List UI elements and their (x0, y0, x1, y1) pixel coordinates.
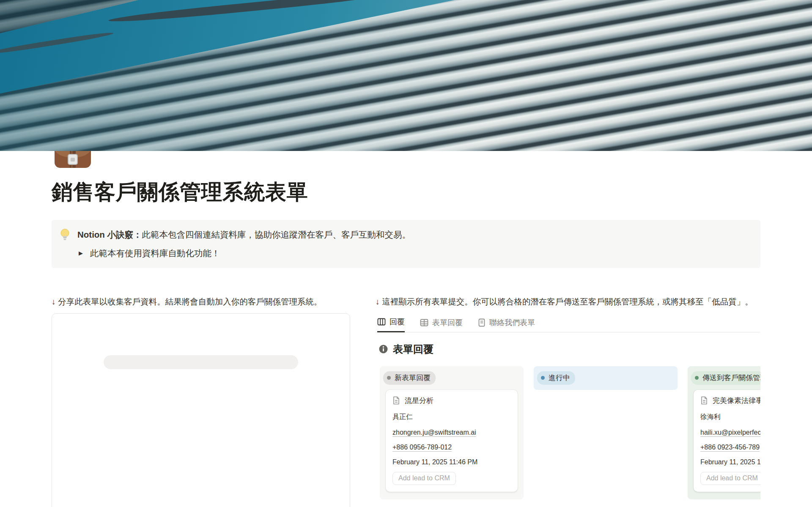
card-title: 完美像素法律事 (713, 396, 760, 406)
toggle-label: 此範本有使用資料庫自動化功能！ (90, 247, 220, 260)
card-email-link[interactable]: zhongren.ju@swiftstream.ai (392, 429, 511, 436)
tab-responses-board[interactable]: 回覆 (377, 317, 405, 332)
card-date: February 11, 2025 11:46 PM (392, 458, 511, 466)
cover-image (0, 0, 812, 151)
toggle-arrow-icon: ▶ (77, 247, 84, 260)
cover-wave-streak (0, 31, 114, 56)
board-column-in-progress: 進行中 (534, 366, 678, 390)
status-pill-in-progress[interactable]: 進行中 (537, 371, 575, 385)
callout-bold-label: Notion 小訣竅： (77, 230, 142, 239)
info-icon[interactable] (379, 345, 388, 354)
status-pill-sent-to-crm[interactable]: 傳送到客戶關係管理 (691, 371, 760, 385)
page-icon-briefcase[interactable] (52, 151, 94, 172)
table-view-icon (420, 318, 428, 327)
lead-card[interactable]: 完美像素法律事 徐海利 haili.xu@pixelperfect.l +886… (694, 390, 760, 492)
notion-tip-callout: Notion 小訣竅：此範本包含四個連結資料庫，協助你追蹤潛在客戶、客戶互動和交… (52, 220, 760, 268)
page-title: 銷售客戶關係管理系統表單 (52, 178, 760, 206)
form-loading-placeholder (104, 355, 298, 369)
board-view-icon (377, 318, 386, 326)
card-name: 徐海利 (700, 413, 760, 422)
card-phone-link[interactable]: +886 0923-456-789 (700, 444, 760, 451)
page-icon (392, 396, 400, 405)
tab-form-responses-table[interactable]: 表單回覆 (420, 318, 463, 332)
embedded-form (52, 313, 350, 507)
board-column-new-responses: 新表單回覆 流星分析 (380, 366, 524, 499)
submissions-note: ↓ 這裡顯示所有表單提交。你可以將合格的潛在客戶傳送至客戶關係管理系統，或將其移… (376, 295, 760, 308)
column-divider (350, 295, 376, 507)
share-form-note: ↓ 分享此表單以收集客戶資料。結果將會自動加入你的客戶關係管理系統。 (52, 295, 350, 308)
card-title: 流星分析 (405, 396, 433, 406)
lead-card[interactable]: 流星分析 具正仁 zhongren.ju@swiftstream.ai +886… (386, 390, 518, 492)
status-dot (387, 376, 391, 380)
card-date: February 11, 2025 11:4 (700, 458, 760, 466)
view-tabs: 回覆 表單回覆 (376, 317, 760, 332)
board-column-sent-to-crm: 傳送到客戶關係管理 完美像素法律事 (688, 366, 760, 499)
card-phone-link[interactable]: +886 0956-789-012 (392, 444, 511, 451)
board-view: 新表單回覆 流星分析 (380, 366, 760, 499)
callout-text: Notion 小訣竅：此範本包含四個連結資料庫，協助你追蹤潛在客戶、客戶互動和交… (77, 228, 411, 241)
cover-wave-streak (108, 0, 395, 25)
page-icon (700, 396, 708, 405)
status-dot (695, 376, 699, 380)
card-name: 具正仁 (392, 413, 511, 422)
cover-building-facade (0, 0, 812, 151)
briefcase-icon (52, 151, 94, 172)
add-lead-to-crm-button[interactable]: Add lead to CRM (392, 472, 456, 485)
status-dot (541, 376, 545, 380)
add-lead-to-crm-button[interactable]: Add lead to CRM (700, 472, 760, 485)
card-email-link[interactable]: haili.xu@pixelperfect.l (700, 429, 760, 436)
automation-toggle[interactable]: ▶ 此範本有使用資料庫自動化功能！ (77, 247, 411, 260)
tab-contact-us-form[interactable]: 聯絡我們表單 (478, 318, 535, 332)
database-title[interactable]: 表單回覆 (393, 343, 433, 356)
status-pill-new-responses[interactable]: 新表單回覆 (383, 371, 436, 385)
form-view-icon (478, 318, 486, 327)
lightbulb-icon (59, 228, 71, 241)
